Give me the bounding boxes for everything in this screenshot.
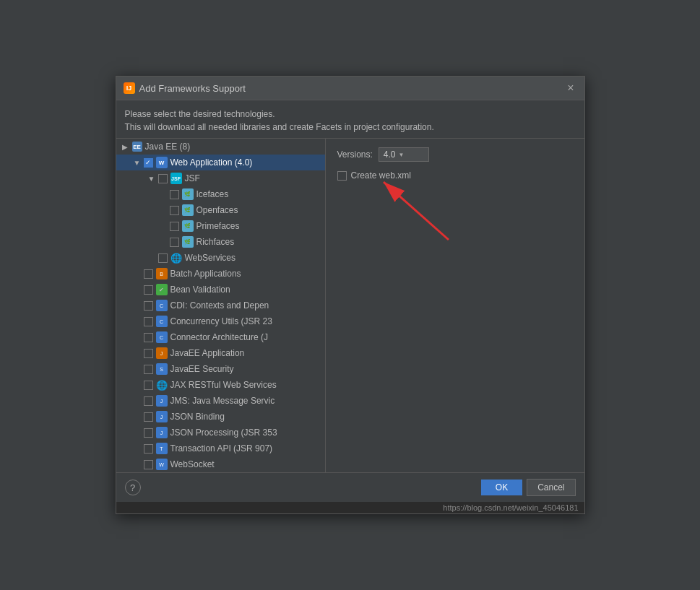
checkbox-jsf[interactable] xyxy=(158,174,168,183)
tree-item-cdi[interactable]: C CDI: Contexts and Depen xyxy=(116,298,325,313)
left-panel: ▶ EE Java EE (8) ▼ W Web Application (4.… xyxy=(116,139,326,472)
description-line1: Please select the desired technologies. xyxy=(125,108,576,121)
label-concurrency: Concurrency Utils (JSR 23 xyxy=(170,316,272,326)
tree-item-javaee-app[interactable]: J JavaEE Application xyxy=(116,345,325,361)
create-webxml-row[interactable]: Create web.xml xyxy=(337,170,573,181)
label-json-processing: JSON Processing (JSR 353 xyxy=(170,428,277,438)
icon-webservices: 🌐 xyxy=(170,252,182,264)
checkbox-create-webxml[interactable] xyxy=(337,171,347,181)
checkbox-primefaces[interactable] xyxy=(170,222,179,231)
checkbox-connector[interactable] xyxy=(144,333,153,342)
icon-jax: 🌐 xyxy=(156,379,168,391)
checkbox-bean[interactable] xyxy=(144,285,153,295)
checkbox-javaee-security[interactable] xyxy=(144,365,153,374)
checkbox-batch[interactable] xyxy=(144,269,153,279)
label-jsf: JSF xyxy=(185,173,200,183)
icon-javaee-app: J xyxy=(156,347,168,359)
checkbox-richfaces[interactable] xyxy=(170,238,179,247)
icon-primefaces: 🌿 xyxy=(182,220,194,232)
tree-item-jax[interactable]: 🌐 JAX RESTful Web Services xyxy=(116,377,325,393)
checkbox-javaee-app[interactable] xyxy=(144,349,153,358)
action-buttons: OK Cancel xyxy=(481,479,576,496)
icon-concurrency: C xyxy=(156,316,168,327)
checkbox-json-binding[interactable] xyxy=(144,412,153,422)
label-jax: JAX RESTful Web Services xyxy=(170,380,277,390)
tree-item-jsf[interactable]: ▼ JSF JSF xyxy=(116,170,325,186)
checkbox-openfaces[interactable] xyxy=(170,206,179,215)
icon-batch: B xyxy=(156,268,168,279)
dropdown-arrow: ▼ xyxy=(399,152,405,158)
tree-item-concurrency[interactable]: C Concurrency Utils (JSR 23 xyxy=(116,313,325,329)
bottom-bar: ? OK Cancel xyxy=(116,472,584,502)
icon-richfaces: 🌿 xyxy=(182,236,194,248)
cancel-button[interactable]: Cancel xyxy=(527,479,575,496)
tree-item-websocket[interactable]: W WebSocket xyxy=(116,456,325,472)
checkbox-jax[interactable] xyxy=(144,381,153,390)
svg-line-1 xyxy=(384,182,449,240)
label-batch: Batch Applications xyxy=(170,269,241,279)
icon-websocket: W xyxy=(156,459,168,470)
tree-item-transaction[interactable]: T Transaction API (JSR 907) xyxy=(116,441,325,456)
checkbox-jms[interactable] xyxy=(144,396,153,406)
icon-connector: C xyxy=(156,331,168,343)
icon-icefaces: 🌿 xyxy=(182,188,194,200)
close-button[interactable]: × xyxy=(564,81,576,95)
tree-item-openfaces[interactable]: 🌿 Openfaces xyxy=(116,202,325,218)
app-icon: IJ xyxy=(124,82,135,94)
checkbox-webservices[interactable] xyxy=(158,253,168,263)
group-arrow: ▶ xyxy=(122,143,129,151)
label-websocket: WebSocket xyxy=(170,459,215,469)
icon-web-app: W xyxy=(156,157,168,168)
tree-item-javaee-security[interactable]: S JavaEE Security xyxy=(116,361,325,377)
label-jms: JMS: Java Message Servic xyxy=(170,396,275,406)
tree-item-richfaces[interactable]: 🌿 Richfaces xyxy=(116,234,325,250)
description-area: Please select the desired technologies. … xyxy=(116,100,584,139)
tree-item-icefaces[interactable]: 🌿 Icefaces xyxy=(116,186,325,202)
icon-cdi: C xyxy=(156,300,168,311)
versions-dropdown[interactable]: 4.0 ▼ xyxy=(379,147,429,162)
description-line2: This will download all needed libraries … xyxy=(125,121,576,134)
spacer xyxy=(160,191,167,199)
tree-item-bean[interactable]: ✔ Bean Validation xyxy=(116,282,325,298)
versions-label: Versions: xyxy=(337,149,373,160)
label-connector: Connector Architecture (J xyxy=(170,332,268,342)
checkbox-cdi[interactable] xyxy=(144,301,153,311)
icon-json-binding: J xyxy=(156,411,168,422)
label-cdi: CDI: Contexts and Depen xyxy=(170,300,269,311)
title-bar: IJ Add Frameworks Support × xyxy=(116,77,584,100)
ok-button[interactable]: OK xyxy=(481,480,522,495)
help-button[interactable]: ? xyxy=(125,480,141,495)
checkbox-icefaces[interactable] xyxy=(170,190,179,199)
expand-arrow-jsf: ▼ xyxy=(148,175,155,183)
label-transaction: Transaction API (JSR 907) xyxy=(170,443,273,454)
checkbox-transaction[interactable] xyxy=(144,444,153,454)
tree-item-primefaces[interactable]: 🌿 Primefaces xyxy=(116,218,325,234)
label-primefaces: Primefaces xyxy=(196,221,240,231)
label-bean: Bean Validation xyxy=(170,285,230,295)
checkbox-websocket[interactable] xyxy=(144,460,153,469)
group-java-ee[interactable]: ▶ EE Java EE (8) xyxy=(116,139,325,155)
icon-transaction: T xyxy=(156,443,168,454)
label-javaee-app: JavaEE Application xyxy=(170,348,245,358)
status-bar: https://blog.csdn.net/weixin_45046181 xyxy=(116,502,584,513)
checkbox-web-app[interactable] xyxy=(144,158,153,168)
group-label: Java EE (8) xyxy=(145,142,191,152)
checkbox-concurrency[interactable] xyxy=(144,317,153,326)
tree-item-json-binding[interactable]: J JSON Binding xyxy=(116,409,325,425)
dialog-title: Add Frameworks Support xyxy=(139,83,246,94)
tree-item-batch[interactable]: B Batch Applications xyxy=(116,266,325,282)
icon-javaee-security: S xyxy=(156,363,168,375)
icon-jms: J xyxy=(156,395,168,407)
status-url: https://blog.csdn.net/weixin_45046181 xyxy=(443,503,578,512)
tree-item-jms[interactable]: J JMS: Java Message Servic xyxy=(116,393,325,409)
label-create-webxml: Create web.xml xyxy=(351,170,411,181)
versions-row: Versions: 4.0 ▼ xyxy=(337,147,573,162)
tree-item-webservices[interactable]: 🌐 WebServices xyxy=(116,250,325,266)
label-json-binding: JSON Binding xyxy=(170,412,225,422)
tree-item-connector[interactable]: C Connector Architecture (J xyxy=(116,329,325,345)
title-bar-left: IJ Add Frameworks Support xyxy=(124,82,246,94)
group-icon: EE xyxy=(132,142,142,152)
tree-item-web-app[interactable]: ▼ W Web Application (4.0) xyxy=(116,155,325,170)
checkbox-json-processing[interactable] xyxy=(144,428,153,438)
tree-item-json-processing[interactable]: J JSON Processing (JSR 353 xyxy=(116,425,325,441)
